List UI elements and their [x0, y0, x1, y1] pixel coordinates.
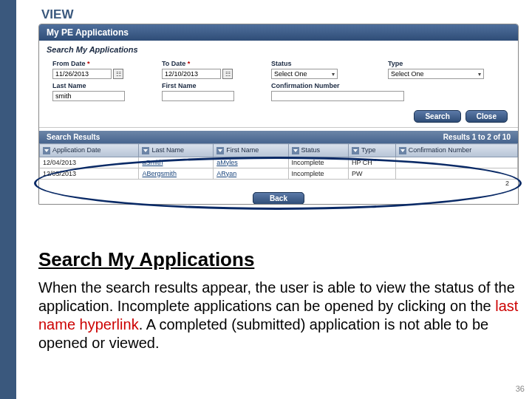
sort-icon — [399, 147, 406, 154]
col-status[interactable]: Status — [288, 144, 348, 157]
last-name-link[interactable]: aSmith — [142, 159, 163, 166]
cell-date: 12/04/2013 — [40, 157, 139, 168]
cell-status: Incomplete — [288, 168, 348, 179]
first-name-label: First Name — [162, 82, 250, 89]
app-window: My PE Applications Search My Application… — [38, 24, 519, 205]
type-select[interactable]: Select One▾ — [388, 69, 484, 79]
slide-paragraph: When the search results appear, the user… — [38, 279, 519, 352]
col-app-date[interactable]: Application Date — [40, 144, 139, 157]
close-button[interactable]: Close — [466, 110, 508, 123]
cell-conf — [395, 168, 517, 179]
chevron-down-icon: ▾ — [332, 71, 335, 78]
table-row: 12/05/2013 ABergsmith ARyan Incomplete P… — [40, 168, 518, 179]
calendar-icon[interactable]: ☷ — [113, 69, 123, 79]
back-button[interactable]: Back — [253, 192, 304, 205]
search-button[interactable]: Search — [414, 110, 460, 123]
first-name-link[interactable]: aMyles — [216, 159, 238, 166]
cell-type: PW — [349, 168, 396, 179]
results-table: Application Date Last Name First Name St… — [39, 143, 518, 180]
search-filters: From Date * ☷ To Date * ☷ — [39, 57, 518, 109]
type-label: Type — [388, 60, 499, 67]
col-type[interactable]: Type — [349, 144, 396, 157]
first-name-link[interactable]: ARyan — [216, 170, 236, 177]
results-heading: Search Results — [47, 133, 100, 141]
cell-type: HP CH — [349, 157, 396, 168]
cell-conf — [395, 157, 517, 168]
last-name-input[interactable] — [52, 91, 125, 101]
results-count: Results 1 to 2 of 10 — [443, 133, 511, 141]
col-conf-num[interactable]: Confirmation Number — [395, 144, 517, 157]
cell-date: 12/05/2013 — [40, 168, 139, 179]
chevron-down-icon: ▾ — [478, 71, 481, 78]
view-label: VIEW — [38, 7, 519, 22]
calendar-icon[interactable]: ☷ — [222, 69, 233, 79]
col-last-name[interactable]: Last Name — [139, 144, 214, 157]
slide-heading: Search My Applications — [38, 248, 519, 271]
sort-icon — [352, 147, 359, 154]
results-bar: Search Results Results 1 to 2 of 10 — [39, 131, 518, 143]
search-heading: Search My Applications — [39, 41, 518, 57]
first-name-input[interactable] — [162, 91, 234, 101]
col-first-name[interactable]: First Name — [214, 144, 288, 157]
conf-num-input[interactable] — [271, 91, 404, 101]
pager[interactable]: 2 — [39, 180, 518, 187]
conf-num-label: Confirmation Number — [271, 82, 419, 89]
status-label: Status — [271, 60, 367, 67]
to-date-label: To Date * — [162, 60, 250, 67]
slide-body: Search My Applications When the search r… — [38, 248, 519, 352]
sort-icon — [292, 147, 299, 154]
page-number: 36 — [516, 384, 525, 393]
screenshot-region: VIEW My PE Applications Search My Applic… — [38, 7, 519, 228]
last-name-label: Last Name — [52, 82, 141, 89]
sort-icon — [142, 147, 149, 154]
from-date-input[interactable] — [52, 69, 112, 79]
from-date-label: From Date * — [52, 60, 141, 67]
sort-icon — [43, 147, 50, 154]
window-title: My PE Applications — [39, 24, 518, 41]
status-select[interactable]: Select One▾ — [271, 69, 338, 79]
table-row: 12/04/2013 aSmith aMyles Incomplete HP C… — [40, 157, 518, 168]
sort-icon — [216, 147, 224, 154]
cell-status: Incomplete — [288, 157, 348, 168]
to-date-input[interactable] — [162, 69, 221, 79]
last-name-link[interactable]: ABergsmith — [142, 170, 177, 177]
